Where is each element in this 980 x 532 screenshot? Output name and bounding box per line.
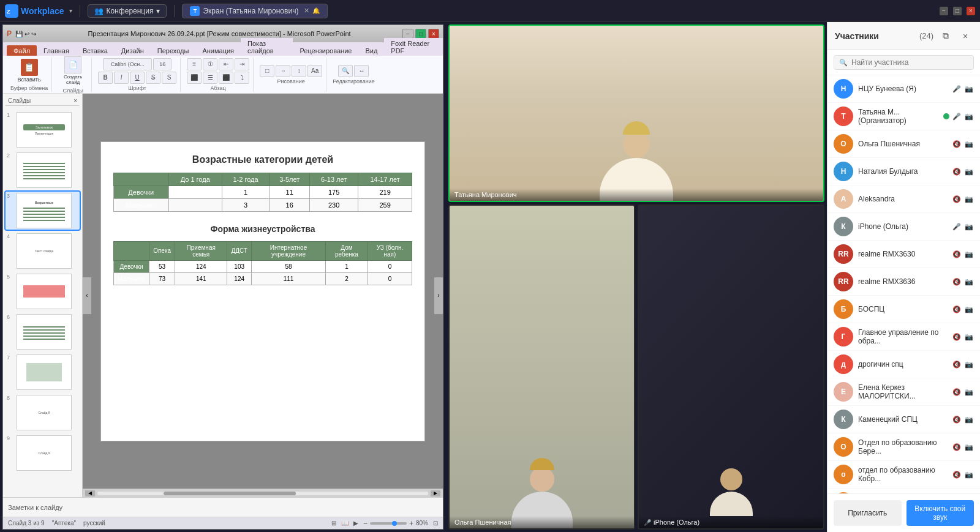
slide-thumb-2[interactable]: 2 [6,151,80,189]
scroll-left-btn[interactable]: ‹ [83,277,91,314]
conference-chevron: ▾ [156,7,160,15]
underline-button[interactable]: U [130,72,145,84]
strikethrough-button[interactable]: S [146,72,160,84]
ribbon-tab-review[interactable]: Рецензирование [293,45,358,56]
participant-item[interactable]: ддрогичин спц🔇📷 [827,351,980,378]
fit-page-btn[interactable]: ⊡ [433,520,438,526]
tab-close-btn[interactable]: ✕ [304,7,309,15]
new-slide-button[interactable]: 📄 Создать слайд [58,55,88,86]
maximize-button[interactable]: □ [953,7,962,15]
panel-close-btn[interactable]: × [958,29,973,43]
conference-button[interactable]: 👥 Конференция ▾ [88,4,167,18]
align-right[interactable]: ⬛ [219,72,233,84]
participant-name: Aleksandra [858,195,947,203]
scroll-right-btn[interactable]: › [434,277,443,314]
scroll-left-arrow[interactable]: ◀ [85,490,95,496]
text-direction[interactable]: ⤵ [235,72,249,84]
shape-btn-2[interactable]: ○ [276,65,290,77]
participant-item[interactable]: AAleksandra🔇📷 [827,185,980,213]
shape-btn-1[interactable]: □ [260,65,274,77]
invite-button[interactable]: Пригласить [834,500,902,526]
italic-button[interactable]: I [114,72,129,84]
mute-all-button[interactable]: Включить свой звук [907,500,974,526]
zoom-plus-btn[interactable]: + [409,519,413,528]
participant-item[interactable]: КiPhone (Ольга)🎤📷 [827,213,980,241]
find-btn[interactable]: 🔍 [338,65,353,77]
head [623,131,650,158]
font-size-select[interactable]: 16 [153,58,172,70]
align-left[interactable]: ⬛ [187,72,202,84]
slides-panel-close[interactable]: × [74,97,77,104]
close-button[interactable]: × [967,7,975,15]
place-header-2: Приемная семья [175,241,227,260]
align-center[interactable]: ☰ [203,72,217,84]
quick-styles-btn[interactable]: Аа [307,65,322,77]
slide-thumb-5[interactable]: 5 [6,272,80,310]
shadow-button[interactable]: S [162,72,176,84]
iphone-person [710,468,753,516]
ribbon-tab-animations[interactable]: Анимация [195,45,241,56]
ribbon-tab-insert[interactable]: Вставка [76,45,115,56]
view-normal-btn[interactable]: ⊞ [331,520,336,526]
participant-item[interactable]: ООтдел по образованию Пинс...🔇📷 [827,489,980,493]
paste-button[interactable]: 📋 Вставить [15,58,43,84]
participant-item[interactable]: RRrealme RMX3630🔇📷 [827,241,980,268]
participant-item[interactable]: ННЦУ Бунеева (Я)🎤📷 [827,75,980,103]
participant-item[interactable]: ООльга Пшеничная🔇📷 [827,130,980,158]
zoom-minus-btn[interactable]: − [363,519,368,528]
slide-thumb-7[interactable]: 7 [6,353,80,391]
participant-item[interactable]: ГГлавное управление по обра...🔇📷 [827,323,980,351]
numbering-button[interactable]: ① [203,58,217,70]
ribbon-tab-design[interactable]: Дизайн [115,45,151,56]
arrange-btn[interactable]: ↕ [292,65,306,77]
bold-button[interactable]: B [98,72,113,84]
bullets-button[interactable]: ≡ [187,58,202,70]
hair [623,121,650,135]
scrollbar-track[interactable] [97,492,428,495]
participant-item[interactable]: ККаменецкий СПЦ🔇📷 [827,406,980,433]
font-family-select[interactable]: Calibri (Осн... [103,58,152,70]
main-slide-area: ‹ Возрастные категории детей До 1 года 1… [83,94,443,497]
participant-item[interactable]: ЕЕлена Керкез МАЛОРИТСКИ...🔇📷 [827,378,980,406]
view-slideshow-btn[interactable]: ▶ [353,520,358,526]
participant-item[interactable]: ННаталия Булдыга🔇📷 [827,158,980,185]
slide-thumb-6[interactable]: 6 [6,313,80,351]
workplace-chevron[interactable]: ▾ [69,7,72,14]
participant-item[interactable]: ООтдел по образованию Бере...🔇📷 [827,433,980,461]
replace-btn[interactable]: ↔ [354,65,369,77]
ribbon-tab-slideshow[interactable]: Показ слайдов [241,38,293,56]
slide-scrollbar[interactable]: ◀ ▶ [83,489,443,497]
slide-thumb-8[interactable]: 8 Слайд 8 [6,394,80,432]
search-input[interactable] [851,58,968,67]
slide-thumb-4[interactable]: 4 Текст слайда [6,232,80,270]
age-row-girls-3: 11 [270,185,310,198]
ribbon-tab-foxit[interactable]: Foxit Reader PDF [384,38,443,56]
ppt-close[interactable]: × [428,29,439,39]
slide-thumb-9[interactable]: 9 Слайд 9 [6,434,80,472]
ppt-maximize[interactable]: □ [415,29,426,39]
ribbon-tab-transitions[interactable]: Переходы [151,45,196,56]
participant-item[interactable]: оотдел по образованию Кобр...🔇📷 [827,461,980,489]
panel-popout-btn[interactable]: ⧉ [938,29,953,43]
minimize-button[interactable]: − [940,7,948,15]
ribbon-tab-view[interactable]: Вид [358,45,384,56]
participant-avatar: К [834,410,853,429]
mic-muted-icon: 🔇 [952,359,962,369]
participant-item[interactable]: ББОСПЦ🔇📷 [827,296,980,323]
scroll-right-arrow[interactable]: ▶ [431,490,440,496]
indent-left[interactable]: ⇤ [219,58,233,70]
screen-share-tab[interactable]: T Экран (Татьяна Миронович) ✕ 🔔 [182,4,328,18]
participant-name: realme RMX3636 [858,277,947,286]
participant-item[interactable]: RRrealme RMX3636🔇📷 [827,268,980,296]
slide-thumb-1[interactable]: 1 Заголовок Презентация [6,111,80,149]
ribbon-tab-file[interactable]: Файл [7,45,37,56]
view-reading-btn[interactable]: 📖 [341,520,349,526]
indent-right[interactable]: ⇥ [235,58,249,70]
ribbon-tab-home[interactable]: Главная [37,45,76,56]
ppt-minimize[interactable]: − [402,29,413,39]
participant-item[interactable]: ТТатьяна М... (Организатор)🎤📷 [827,103,980,130]
slide-thumb-3[interactable]: 3 Возрастные [6,192,80,230]
video-iphone-olga: 🎤 iPhone (Ольга) [638,204,824,530]
zoom-slider[interactable] [370,522,407,525]
participant-controls: 🔇📷 [952,442,974,452]
